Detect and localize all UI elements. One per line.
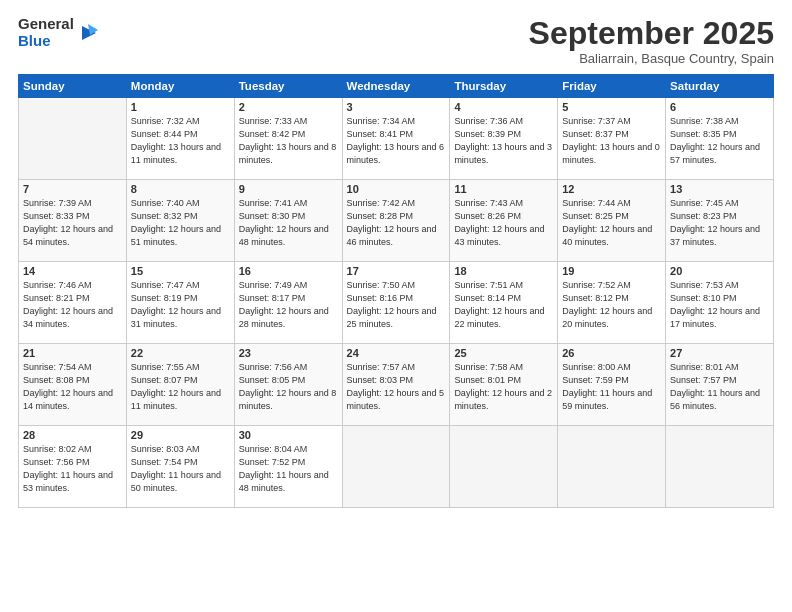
- day-number: 23: [239, 347, 338, 359]
- table-cell: 14 Sunrise: 7:46 AM Sunset: 8:21 PM Dayl…: [19, 262, 127, 344]
- sunset-text: Sunset: 8:16 PM: [347, 292, 446, 305]
- daylight-text: Daylight: 12 hours and 2 minutes.: [454, 387, 553, 413]
- cell-content: Sunrise: 7:37 AM Sunset: 8:37 PM Dayligh…: [562, 115, 661, 167]
- daylight-text: Daylight: 12 hours and 46 minutes.: [347, 223, 446, 249]
- day-number: 5: [562, 101, 661, 113]
- month-title: September 2025: [529, 16, 774, 51]
- day-number: 6: [670, 101, 769, 113]
- table-cell: 3 Sunrise: 7:34 AM Sunset: 8:41 PM Dayli…: [342, 98, 450, 180]
- calendar-container: General Blue September 2025 Baliarrain, …: [0, 0, 792, 612]
- daylight-text: Daylight: 12 hours and 22 minutes.: [454, 305, 553, 331]
- cell-content: Sunrise: 8:02 AM Sunset: 7:56 PM Dayligh…: [23, 443, 122, 495]
- sunset-text: Sunset: 8:23 PM: [670, 210, 769, 223]
- table-cell: 10 Sunrise: 7:42 AM Sunset: 8:28 PM Dayl…: [342, 180, 450, 262]
- table-cell: 12 Sunrise: 7:44 AM Sunset: 8:25 PM Dayl…: [558, 180, 666, 262]
- sunrise-text: Sunrise: 7:52 AM: [562, 279, 661, 292]
- day-number: 7: [23, 183, 122, 195]
- sunset-text: Sunset: 7:57 PM: [670, 374, 769, 387]
- sunrise-text: Sunrise: 7:41 AM: [239, 197, 338, 210]
- daylight-text: Daylight: 12 hours and 57 minutes.: [670, 141, 769, 167]
- day-number: 14: [23, 265, 122, 277]
- daylight-text: Daylight: 12 hours and 37 minutes.: [670, 223, 769, 249]
- sunset-text: Sunset: 8:10 PM: [670, 292, 769, 305]
- table-cell: 1 Sunrise: 7:32 AM Sunset: 8:44 PM Dayli…: [126, 98, 234, 180]
- cell-content: Sunrise: 7:44 AM Sunset: 8:25 PM Dayligh…: [562, 197, 661, 249]
- header-sunday: Sunday: [19, 75, 127, 98]
- cell-content: Sunrise: 8:03 AM Sunset: 7:54 PM Dayligh…: [131, 443, 230, 495]
- daylight-text: Daylight: 12 hours and 31 minutes.: [131, 305, 230, 331]
- sunset-text: Sunset: 8:03 PM: [347, 374, 446, 387]
- table-cell: 27 Sunrise: 8:01 AM Sunset: 7:57 PM Dayl…: [666, 344, 774, 426]
- sunrise-text: Sunrise: 7:45 AM: [670, 197, 769, 210]
- title-block: September 2025 Baliarrain, Basque Countr…: [529, 16, 774, 66]
- table-cell: 17 Sunrise: 7:50 AM Sunset: 8:16 PM Dayl…: [342, 262, 450, 344]
- cell-content: Sunrise: 7:33 AM Sunset: 8:42 PM Dayligh…: [239, 115, 338, 167]
- day-number: 20: [670, 265, 769, 277]
- day-number: 24: [347, 347, 446, 359]
- daylight-text: Daylight: 12 hours and 8 minutes.: [239, 387, 338, 413]
- cell-content: Sunrise: 7:47 AM Sunset: 8:19 PM Dayligh…: [131, 279, 230, 331]
- cell-content: Sunrise: 7:32 AM Sunset: 8:44 PM Dayligh…: [131, 115, 230, 167]
- table-cell: 22 Sunrise: 7:55 AM Sunset: 8:07 PM Dayl…: [126, 344, 234, 426]
- daylight-text: Daylight: 12 hours and 43 minutes.: [454, 223, 553, 249]
- sunset-text: Sunset: 8:17 PM: [239, 292, 338, 305]
- sunrise-text: Sunrise: 8:02 AM: [23, 443, 122, 456]
- table-cell: 30 Sunrise: 8:04 AM Sunset: 7:52 PM Dayl…: [234, 426, 342, 508]
- day-number: 8: [131, 183, 230, 195]
- table-cell: 5 Sunrise: 7:37 AM Sunset: 8:37 PM Dayli…: [558, 98, 666, 180]
- day-number: 16: [239, 265, 338, 277]
- sunrise-text: Sunrise: 7:56 AM: [239, 361, 338, 374]
- day-number: 29: [131, 429, 230, 441]
- sunset-text: Sunset: 8:44 PM: [131, 128, 230, 141]
- table-cell: 23 Sunrise: 7:56 AM Sunset: 8:05 PM Dayl…: [234, 344, 342, 426]
- logo-arrow-icon: [78, 22, 100, 44]
- day-number: 30: [239, 429, 338, 441]
- table-cell: 4 Sunrise: 7:36 AM Sunset: 8:39 PM Dayli…: [450, 98, 558, 180]
- cell-content: Sunrise: 7:46 AM Sunset: 8:21 PM Dayligh…: [23, 279, 122, 331]
- table-cell: 18 Sunrise: 7:51 AM Sunset: 8:14 PM Dayl…: [450, 262, 558, 344]
- table-cell: [666, 426, 774, 508]
- logo: General Blue: [18, 16, 100, 49]
- table-cell: 2 Sunrise: 7:33 AM Sunset: 8:42 PM Dayli…: [234, 98, 342, 180]
- cell-content: Sunrise: 7:45 AM Sunset: 8:23 PM Dayligh…: [670, 197, 769, 249]
- cell-content: Sunrise: 7:39 AM Sunset: 8:33 PM Dayligh…: [23, 197, 122, 249]
- header-friday: Friday: [558, 75, 666, 98]
- table-cell: 15 Sunrise: 7:47 AM Sunset: 8:19 PM Dayl…: [126, 262, 234, 344]
- sunrise-text: Sunrise: 7:51 AM: [454, 279, 553, 292]
- header-tuesday: Tuesday: [234, 75, 342, 98]
- sunset-text: Sunset: 8:05 PM: [239, 374, 338, 387]
- cell-content: Sunrise: 7:50 AM Sunset: 8:16 PM Dayligh…: [347, 279, 446, 331]
- daylight-text: Daylight: 12 hours and 25 minutes.: [347, 305, 446, 331]
- calendar-table: Sunday Monday Tuesday Wednesday Thursday…: [18, 74, 774, 508]
- table-cell: 19 Sunrise: 7:52 AM Sunset: 8:12 PM Dayl…: [558, 262, 666, 344]
- location-subtitle: Baliarrain, Basque Country, Spain: [529, 51, 774, 66]
- daylight-text: Daylight: 12 hours and 5 minutes.: [347, 387, 446, 413]
- sunrise-text: Sunrise: 7:50 AM: [347, 279, 446, 292]
- day-number: 19: [562, 265, 661, 277]
- sunset-text: Sunset: 7:54 PM: [131, 456, 230, 469]
- cell-content: Sunrise: 7:53 AM Sunset: 8:10 PM Dayligh…: [670, 279, 769, 331]
- table-cell: 24 Sunrise: 7:57 AM Sunset: 8:03 PM Dayl…: [342, 344, 450, 426]
- table-cell: 29 Sunrise: 8:03 AM Sunset: 7:54 PM Dayl…: [126, 426, 234, 508]
- header-monday: Monday: [126, 75, 234, 98]
- table-cell: 8 Sunrise: 7:40 AM Sunset: 8:32 PM Dayli…: [126, 180, 234, 262]
- sunset-text: Sunset: 7:56 PM: [23, 456, 122, 469]
- sunrise-text: Sunrise: 7:38 AM: [670, 115, 769, 128]
- sunset-text: Sunset: 8:30 PM: [239, 210, 338, 223]
- sunrise-text: Sunrise: 7:33 AM: [239, 115, 338, 128]
- sunrise-text: Sunrise: 7:39 AM: [23, 197, 122, 210]
- sunrise-text: Sunrise: 7:44 AM: [562, 197, 661, 210]
- cell-content: Sunrise: 7:57 AM Sunset: 8:03 PM Dayligh…: [347, 361, 446, 413]
- table-cell: 20 Sunrise: 7:53 AM Sunset: 8:10 PM Dayl…: [666, 262, 774, 344]
- week-row-1: 1 Sunrise: 7:32 AM Sunset: 8:44 PM Dayli…: [19, 98, 774, 180]
- cell-content: Sunrise: 7:51 AM Sunset: 8:14 PM Dayligh…: [454, 279, 553, 331]
- sunrise-text: Sunrise: 7:57 AM: [347, 361, 446, 374]
- table-cell: 6 Sunrise: 7:38 AM Sunset: 8:35 PM Dayli…: [666, 98, 774, 180]
- header-saturday: Saturday: [666, 75, 774, 98]
- day-number: 10: [347, 183, 446, 195]
- table-cell: 16 Sunrise: 7:49 AM Sunset: 8:17 PM Dayl…: [234, 262, 342, 344]
- cell-content: Sunrise: 7:52 AM Sunset: 8:12 PM Dayligh…: [562, 279, 661, 331]
- day-number: 15: [131, 265, 230, 277]
- table-cell: [450, 426, 558, 508]
- day-number: 17: [347, 265, 446, 277]
